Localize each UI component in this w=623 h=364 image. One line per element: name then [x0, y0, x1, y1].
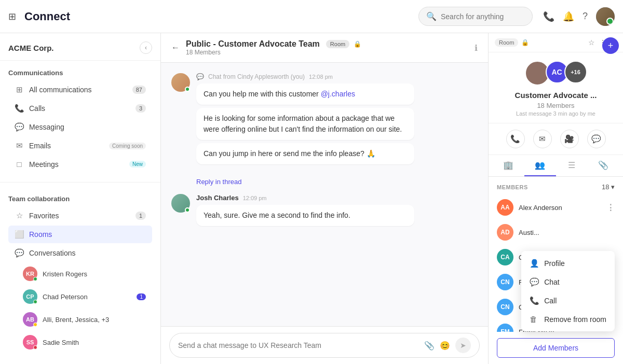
room-call-button[interactable]: 📞 [506, 130, 525, 148]
attachment-icon[interactable]: 📎 [424, 341, 435, 351]
status-online [33, 277, 37, 281]
sidebar-item-rooms[interactable]: ⬜ Rooms [8, 226, 152, 243]
all-communications-label: All communications [29, 86, 127, 94]
app-title: Connect [24, 10, 412, 23]
room-avatar-plus: +16 [564, 61, 587, 83]
help-icon[interactable]: ? [583, 11, 588, 22]
room-chat-button[interactable]: 💬 [587, 130, 606, 148]
member-item-austi[interactable]: AD Austi... [489, 220, 623, 245]
cindy-meta: 💬 Chat from Cindy Applesworth (you) 12:0… [196, 73, 478, 80]
favorites-label: Favorites [29, 212, 130, 220]
chat-header-info: Public - Customer Advocate Team Room 🔒 1… [186, 39, 361, 56]
add-members-button[interactable]: Add Members [497, 338, 615, 358]
josh-messages: Josh Charles 12:09 pm Yeah, sure. Give m… [196, 194, 478, 229]
member-name-austi: Austi... [519, 229, 615, 236]
sidebar-header: ACME Corp. ‹ [0, 33, 160, 61]
conv-avatar-group: AB [23, 312, 37, 327]
conv-item-sadie[interactable]: SS Sadie Smith [8, 331, 152, 353]
conv-item-group[interactable]: AB Alli, Brent, Jessica, +3 [8, 309, 152, 330]
search-icon: 🔍 [426, 11, 437, 21]
cindy-bubble-3: Can you jump in here or send me the info… [196, 143, 414, 164]
conv-item-kristen[interactable]: KR Kristen Rogers [8, 263, 152, 285]
info-icon[interactable]: ℹ [475, 43, 478, 53]
reply-thread-link[interactable]: Reply in thread [196, 178, 478, 186]
status-away [33, 323, 37, 327]
room-email-button[interactable]: ✉ [533, 130, 552, 148]
cindy-bubble-1: Can you help me with this customer @j.ch… [196, 83, 414, 105]
conv-name-group: Alli, Brent, Jessica, +3 [43, 316, 146, 324]
sidebar-item-emails[interactable]: ✉ Emails Coming soon [8, 137, 152, 155]
sidebar-item-favorites[interactable]: ☆ Favorites 1 [8, 207, 152, 225]
back-button[interactable]: ← [171, 43, 180, 52]
josh-time: 12:09 pm [243, 195, 267, 201]
chat-title: Public - Customer Advocate Team [186, 39, 320, 49]
emails-badge: Coming soon [109, 143, 146, 149]
context-call[interactable]: 📞 Call [521, 291, 615, 310]
context-call-label: Call [544, 297, 557, 305]
tab-list[interactable]: ☰ [556, 155, 588, 176]
add-button[interactable]: + [602, 37, 619, 54]
member-item-alex[interactable]: AA Alex Anderson ⋮ [489, 195, 623, 220]
room-video-button[interactable]: 🎥 [560, 130, 579, 148]
meetings-icon: □ [15, 160, 24, 169]
member-avatar-fm: FM [497, 324, 513, 332]
cindy-avatar [171, 73, 190, 92]
messaging-icon: 💬 [15, 122, 24, 132]
team-collab-title: Team collaboration [8, 195, 152, 203]
cindy-bubble-2: He is looking for some information about… [196, 108, 414, 140]
user-avatar[interactable] [596, 7, 615, 26]
conv-item-chad[interactable]: CP Chad Peterson 1 [8, 286, 152, 307]
message-group-cindy: 💬 Chat from Cindy Applesworth (you) 12:0… [171, 73, 478, 167]
profile-icon: 👤 [530, 259, 539, 268]
calls-badge: 3 [136, 104, 146, 113]
context-profile[interactable]: 👤 Profile [521, 254, 615, 273]
main-layout: ACME Corp. ‹ Communications ⊞ All commun… [0, 33, 623, 364]
grid-small-icon: ⊞ [15, 85, 24, 94]
room-info: AC +16 Customer Advocate ... 18 Members … [489, 52, 623, 123]
chat-messages: 💬 Chat from Cindy Applesworth (you) 12:0… [161, 63, 488, 326]
collapse-button[interactable]: ‹ [140, 41, 152, 54]
josh-bubble-1: Yeah, sure. Give me a second to find the… [196, 205, 414, 226]
meetings-label: Meetings [29, 160, 121, 169]
right-panel: + 👤 ☰ 📅 ☑ 🔌 ☁ Room 🔒 ☆ ⋮ ✕ AC +16 [488, 33, 623, 364]
member-avatar-aa: AA [497, 199, 513, 216]
mention-jcharles: @j.charles [321, 90, 355, 98]
conv-badge-chad: 1 [137, 293, 146, 300]
emails-label: Emails [29, 142, 101, 150]
room-members-count: 18 Members [497, 102, 615, 109]
tab-members[interactable]: 👥 [524, 155, 556, 176]
room-actions: 📞 ✉ 🎥 💬 [489, 123, 623, 155]
communications-title: Communications [8, 69, 152, 77]
emoji-icon[interactable]: 😊 [440, 341, 450, 351]
team-collab-section: Team collaboration ☆ Favorites 1 ⬜ Rooms… [0, 187, 160, 358]
phone-icon[interactable]: 📞 [543, 11, 554, 22]
sidebar-item-all-communications[interactable]: ⊞ All communications 87 [8, 81, 152, 99]
member-avatar-cn1: CN [497, 274, 513, 290]
josh-name: Josh Charles [196, 194, 239, 202]
tab-building[interactable]: 🏢 [493, 155, 524, 176]
calls-label: Calls [29, 104, 130, 113]
chat-from-label: Chat from Cindy Applesworth (you) [208, 73, 305, 80]
context-remove[interactable]: 🗑 Remove from room [521, 310, 615, 328]
sidebar-item-messaging[interactable]: 💬 Messaging [8, 118, 152, 136]
chat-input[interactable] [178, 341, 419, 349]
send-button[interactable]: ➤ [455, 338, 471, 353]
member-more-alex[interactable]: ⋮ [606, 203, 615, 213]
remove-icon: 🗑 [530, 315, 539, 324]
chat-subtitle: 18 Members [186, 49, 361, 56]
tab-attachments[interactable]: 📎 [587, 155, 619, 176]
search-input[interactable] [441, 12, 524, 21]
rp-star-icon[interactable]: ☆ [588, 38, 595, 47]
josh-status [185, 207, 190, 213]
search-bar[interactable]: 🔍 [418, 7, 533, 26]
sidebar-item-calls[interactable]: 📞 Calls 3 [8, 100, 152, 117]
sidebar-item-meetings[interactable]: □ Meetings New [8, 156, 152, 173]
context-chat[interactable]: 💬 Chat [521, 273, 615, 291]
conv-name-chad: Chad Peterson [43, 293, 131, 301]
conv-avatar-kristen: KR [23, 267, 37, 281]
sidebar-item-conversations[interactable]: 💬 Conversations [8, 244, 152, 262]
chat-area: ← Public - Customer Advocate Team Room 🔒… [161, 33, 488, 364]
josh-avatar [171, 194, 190, 213]
room-last-message: Last message 3 min ago by me [497, 110, 615, 117]
bell-icon[interactable]: 🔔 [563, 11, 574, 22]
